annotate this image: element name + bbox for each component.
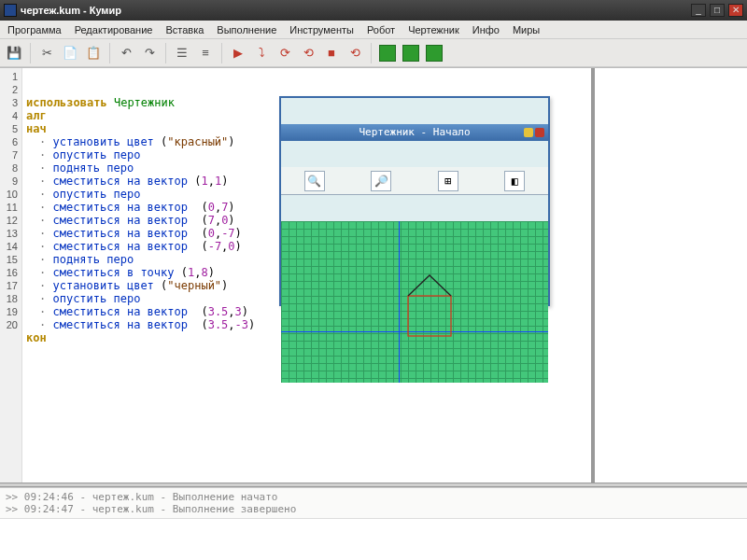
paste-icon[interactable]: 📋: [83, 43, 104, 63]
right-pane: [593, 68, 747, 483]
toolbar: 💾✂📄📋↶↷☰≡▶⤵⟳⟲■⟲: [0, 39, 747, 67]
line-number: 20: [0, 318, 21, 331]
code-area[interactable]: использовать Чертежникалгнач· установить…: [22, 68, 591, 483]
menu-миры[interactable]: Миры: [507, 22, 545, 37]
code-editor[interactable]: 1234567891011121314151617181920 использо…: [0, 68, 593, 483]
menu-робот[interactable]: Робот: [361, 22, 401, 37]
reset-icon[interactable]: ⟲: [345, 43, 365, 63]
toolbar-separator: [109, 43, 110, 63]
run-icon[interactable]: ▶: [228, 43, 248, 63]
line-number: 11: [0, 201, 21, 214]
line-number: 12: [0, 214, 21, 227]
step-icon[interactable]: ⤵: [251, 43, 272, 63]
line-number: 13: [0, 227, 21, 240]
app-icon: [4, 4, 17, 17]
menu-bar: ПрограммаРедактированиеВставкаВыполнение…: [0, 21, 747, 39]
color-icon[interactable]: ◧: [504, 171, 525, 191]
line-number: 18: [0, 292, 21, 305]
drawer-toolbar: 🔍🔎⊞◧: [281, 167, 548, 195]
line-number: 7: [0, 148, 21, 161]
line-number: 2: [0, 83, 21, 96]
drawer-window[interactable]: Чертежник - Начало 🔍🔎⊞◧: [279, 96, 550, 306]
line-number: 17: [0, 279, 21, 292]
grid1-icon[interactable]: [377, 43, 398, 63]
line-number: 9: [0, 175, 21, 188]
redo-icon[interactable]: ↷: [139, 43, 160, 63]
line-number: 4: [0, 109, 21, 122]
console-line: >> 09:24:47 - чертеж.kum - Выполнение за…: [6, 503, 741, 515]
cut-icon[interactable]: ✂: [36, 43, 57, 63]
maximize-button[interactable]: □: [710, 4, 725, 17]
line-number: 5: [0, 122, 21, 135]
window-titlebar: чертеж.kum - Кумир _ □ ✕: [0, 0, 747, 21]
save-icon[interactable]: 💾: [4, 43, 24, 63]
grid-icon: [281, 221, 548, 383]
undo-icon[interactable]: ↶: [116, 43, 136, 63]
toolbar-separator: [371, 43, 372, 63]
line-number: 10: [0, 188, 21, 201]
list-icon[interactable]: ☰: [172, 43, 192, 63]
window-title: чертеж.kum - Кумир: [21, 5, 687, 16]
line-number: 15: [0, 253, 21, 266]
drawer-titlebar[interactable]: Чертежник - Начало: [281, 124, 548, 141]
console-log: >> 09:24:46 - чертеж.kum - Выполнение на…: [0, 488, 747, 518]
line-number: 19: [0, 305, 21, 318]
minimize-button[interactable]: _: [691, 4, 706, 17]
console-line: >> 09:24:46 - чертеж.kum - Выполнение на…: [6, 491, 741, 503]
zoom-in-icon[interactable]: 🔍: [304, 171, 325, 191]
drawer-min-icon[interactable]: [524, 128, 533, 137]
drawer-canvas[interactable]: [281, 221, 548, 383]
stop-icon[interactable]: ■: [321, 43, 342, 63]
toolbar-separator: [165, 43, 166, 63]
line-number: 3: [0, 96, 21, 109]
menu-редактирование[interactable]: Редактирование: [69, 22, 159, 37]
grid3-icon[interactable]: [424, 43, 444, 63]
line-number: 1: [0, 70, 21, 83]
stepinto-icon[interactable]: ⟳: [275, 43, 295, 63]
toolbar-separator: [30, 43, 31, 63]
console-input[interactable]: [0, 518, 747, 560]
menu-инфо[interactable]: Инфо: [467, 22, 505, 37]
x-axis: [281, 331, 548, 332]
grid2-icon[interactable]: [401, 43, 421, 63]
menu-выполнение[interactable]: Выполнение: [211, 22, 282, 37]
y-axis: [399, 221, 400, 383]
menu-чертежник[interactable]: Чертежник: [402, 22, 465, 37]
drawer-title: Чертежник - Начало: [359, 126, 470, 139]
menu-вставка[interactable]: Вставка: [160, 22, 209, 37]
line-number: 8: [0, 161, 21, 175]
toolbar-separator: [221, 43, 222, 63]
menu-программа[interactable]: Программа: [2, 22, 67, 37]
stepout-icon[interactable]: ⟲: [298, 43, 318, 63]
workarea: 1234567891011121314151617181920 использо…: [0, 67, 747, 483]
line-gutter: 1234567891011121314151617181920: [0, 68, 22, 483]
line-number: 16: [0, 266, 21, 279]
console-panel: >> 09:24:46 - чертеж.kum - Выполнение на…: [0, 487, 747, 560]
close-button[interactable]: ✕: [728, 4, 743, 17]
list2-icon[interactable]: ≡: [195, 43, 216, 63]
line-number: 14: [0, 240, 21, 253]
zoom-out-icon[interactable]: 🔎: [371, 171, 391, 191]
menu-инструменты[interactable]: Инструменты: [284, 22, 359, 37]
grid-icon[interactable]: ⊞: [438, 171, 458, 191]
drawer-close-icon[interactable]: [535, 128, 544, 137]
line-number: 6: [0, 135, 21, 148]
copy-icon[interactable]: 📄: [60, 43, 80, 63]
